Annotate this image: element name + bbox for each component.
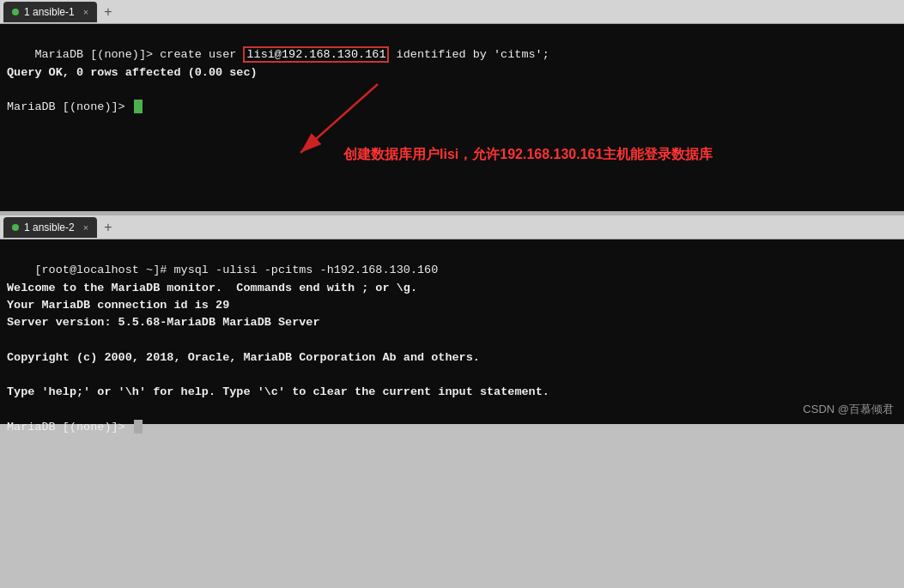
bottom-terminal-panel: [root@localhost ~]# mysql -ulisi -pcitms…	[0, 239, 904, 424]
bottom-line4: Server version: 5.5.68-MariaDB MariaDB S…	[7, 316, 320, 329]
top-terminal-content: MariaDB [(none)]> create user lisi@192.1…	[0, 24, 904, 139]
top-line4: MariaDB [(none)]>	[7, 100, 143, 113]
bottom-line1: [root@localhost ~]# mysql -ulisi -pcitms…	[34, 264, 438, 276]
bottom-add-tab-button[interactable]: +	[99, 221, 117, 234]
bottom-line7	[7, 368, 14, 381]
top-terminal-panel: MariaDB [(none)]> create user lisi@192.1…	[0, 24, 904, 211]
bottom-line3: Your MariaDB connection id is 29	[7, 299, 229, 312]
top-line2: Query OK, 0 rows affected (0.00 sec)	[7, 66, 258, 79]
annotation-text: 创建数据库用户lisi，允许192.168.130.161主机能登录数据库	[343, 144, 713, 165]
top-tab-bar: 1 ansible-1 × +	[0, 0, 904, 24]
bottom-line8: Type 'help;' or '\h' for help. Type '\c'…	[7, 385, 549, 398]
bottom-line2: Welcome to the MariaDB monitor. Commands…	[7, 282, 417, 294]
bottom-cursor-icon	[134, 420, 143, 433]
top-line1: MariaDB [(none)]> create user lisi@192.1…	[34, 46, 549, 63]
bottom-tab-bar: 1 ansible-2 × +	[0, 215, 904, 239]
top-tab-label: 1 ansible-1	[24, 6, 75, 18]
tab-dot-icon	[12, 9, 19, 15]
bottom-tab-dot-icon	[12, 224, 19, 231]
bottom-tab[interactable]: 1 ansible-2 ×	[3, 217, 97, 238]
close-icon[interactable]: ×	[83, 7, 88, 17]
svg-line-1	[300, 84, 378, 153]
bottom-close-icon[interactable]: ×	[83, 222, 88, 233]
bottom-line5	[7, 333, 14, 346]
ip-highlight-box: lisi@192.168.130.161	[243, 46, 389, 63]
bottom-line6: Copyright (c) 2000, 2018, Oracle, MariaD…	[7, 351, 480, 364]
bottom-line10: MariaDB [(none)]>	[7, 421, 143, 433]
top-line3	[7, 83, 14, 96]
bottom-tab-label: 1 ansible-2	[24, 221, 75, 233]
bottom-terminal-content: [root@localhost ~]# mysql -ulisi -pcitms…	[0, 239, 904, 458]
cursor-icon	[134, 100, 143, 113]
watermark: CSDN @百慕倾君	[803, 401, 894, 418]
add-tab-button[interactable]: +	[99, 5, 117, 19]
top-tab[interactable]: 1 ansible-1 ×	[3, 2, 97, 22]
bottom-line9	[7, 403, 14, 415]
